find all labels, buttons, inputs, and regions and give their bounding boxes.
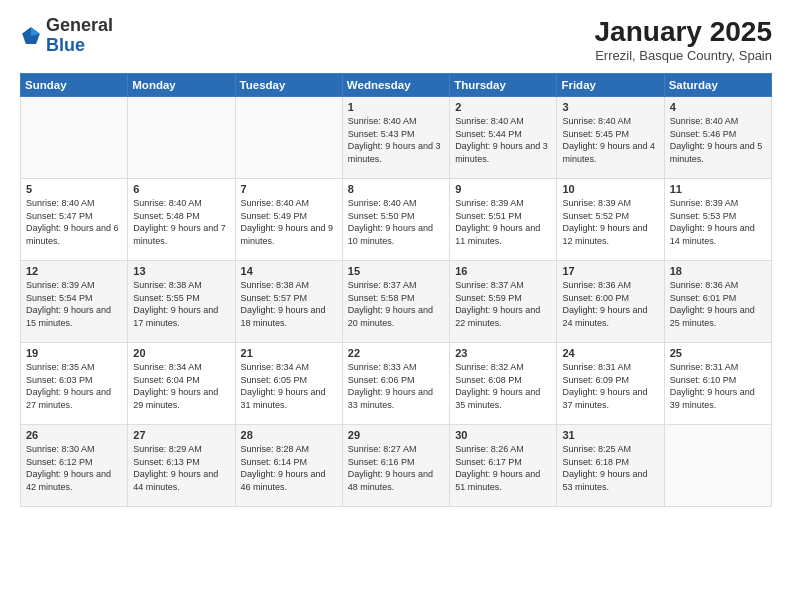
day-number: 15: [348, 265, 444, 277]
calendar-cell: 19Sunrise: 8:35 AM Sunset: 6:03 PM Dayli…: [21, 343, 128, 425]
day-info: Sunrise: 8:40 AM Sunset: 5:45 PM Dayligh…: [562, 115, 658, 165]
day-info: Sunrise: 8:34 AM Sunset: 6:04 PM Dayligh…: [133, 361, 229, 411]
day-number: 24: [562, 347, 658, 359]
day-info: Sunrise: 8:36 AM Sunset: 6:00 PM Dayligh…: [562, 279, 658, 329]
logo-text: General Blue: [46, 16, 113, 56]
day-number: 31: [562, 429, 658, 441]
logo-icon: [20, 25, 42, 47]
day-number: 4: [670, 101, 766, 113]
day-info: Sunrise: 8:35 AM Sunset: 6:03 PM Dayligh…: [26, 361, 122, 411]
calendar-cell: 8Sunrise: 8:40 AM Sunset: 5:50 PM Daylig…: [342, 179, 449, 261]
location-title: Errezil, Basque Country, Spain: [595, 48, 772, 63]
calendar-cell: 11Sunrise: 8:39 AM Sunset: 5:53 PM Dayli…: [664, 179, 771, 261]
day-number: 29: [348, 429, 444, 441]
calendar-cell: 23Sunrise: 8:32 AM Sunset: 6:08 PM Dayli…: [450, 343, 557, 425]
day-info: Sunrise: 8:29 AM Sunset: 6:13 PM Dayligh…: [133, 443, 229, 493]
weekday-header-monday: Monday: [128, 74, 235, 97]
calendar-cell: 30Sunrise: 8:26 AM Sunset: 6:17 PM Dayli…: [450, 425, 557, 507]
day-info: Sunrise: 8:32 AM Sunset: 6:08 PM Dayligh…: [455, 361, 551, 411]
day-number: 21: [241, 347, 337, 359]
day-info: Sunrise: 8:40 AM Sunset: 5:47 PM Dayligh…: [26, 197, 122, 247]
day-number: 13: [133, 265, 229, 277]
day-number: 12: [26, 265, 122, 277]
weekday-header-row: SundayMondayTuesdayWednesdayThursdayFrid…: [21, 74, 772, 97]
calendar-cell: 25Sunrise: 8:31 AM Sunset: 6:10 PM Dayli…: [664, 343, 771, 425]
day-info: Sunrise: 8:31 AM Sunset: 6:10 PM Dayligh…: [670, 361, 766, 411]
weekday-header-tuesday: Tuesday: [235, 74, 342, 97]
day-number: 1: [348, 101, 444, 113]
day-info: Sunrise: 8:40 AM Sunset: 5:44 PM Dayligh…: [455, 115, 551, 165]
calendar-cell: 7Sunrise: 8:40 AM Sunset: 5:49 PM Daylig…: [235, 179, 342, 261]
calendar-cell: 18Sunrise: 8:36 AM Sunset: 6:01 PM Dayli…: [664, 261, 771, 343]
week-row-0: 1Sunrise: 8:40 AM Sunset: 5:43 PM Daylig…: [21, 97, 772, 179]
day-info: Sunrise: 8:36 AM Sunset: 6:01 PM Dayligh…: [670, 279, 766, 329]
day-info: Sunrise: 8:39 AM Sunset: 5:51 PM Dayligh…: [455, 197, 551, 247]
day-number: 11: [670, 183, 766, 195]
day-number: 18: [670, 265, 766, 277]
logo-general: General: [46, 15, 113, 35]
day-number: 9: [455, 183, 551, 195]
day-number: 10: [562, 183, 658, 195]
logo: General Blue: [20, 16, 113, 56]
calendar-cell: 16Sunrise: 8:37 AM Sunset: 5:59 PM Dayli…: [450, 261, 557, 343]
weekday-header-sunday: Sunday: [21, 74, 128, 97]
calendar-cell: 13Sunrise: 8:38 AM Sunset: 5:55 PM Dayli…: [128, 261, 235, 343]
day-info: Sunrise: 8:34 AM Sunset: 6:05 PM Dayligh…: [241, 361, 337, 411]
page: General Blue January 2025 Errezil, Basqu…: [0, 0, 792, 612]
weekday-header-wednesday: Wednesday: [342, 74, 449, 97]
calendar-cell: 2Sunrise: 8:40 AM Sunset: 5:44 PM Daylig…: [450, 97, 557, 179]
day-number: 23: [455, 347, 551, 359]
calendar-table: SundayMondayTuesdayWednesdayThursdayFrid…: [20, 73, 772, 507]
day-info: Sunrise: 8:33 AM Sunset: 6:06 PM Dayligh…: [348, 361, 444, 411]
title-block: January 2025 Errezil, Basque Country, Sp…: [595, 16, 772, 63]
calendar-cell: 31Sunrise: 8:25 AM Sunset: 6:18 PM Dayli…: [557, 425, 664, 507]
day-number: 2: [455, 101, 551, 113]
day-number: 28: [241, 429, 337, 441]
day-number: 26: [26, 429, 122, 441]
day-info: Sunrise: 8:39 AM Sunset: 5:52 PM Dayligh…: [562, 197, 658, 247]
calendar-cell: 22Sunrise: 8:33 AM Sunset: 6:06 PM Dayli…: [342, 343, 449, 425]
header: General Blue January 2025 Errezil, Basqu…: [20, 16, 772, 63]
day-info: Sunrise: 8:27 AM Sunset: 6:16 PM Dayligh…: [348, 443, 444, 493]
calendar-cell: 3Sunrise: 8:40 AM Sunset: 5:45 PM Daylig…: [557, 97, 664, 179]
day-info: Sunrise: 8:40 AM Sunset: 5:48 PM Dayligh…: [133, 197, 229, 247]
day-info: Sunrise: 8:40 AM Sunset: 5:46 PM Dayligh…: [670, 115, 766, 165]
day-number: 8: [348, 183, 444, 195]
calendar-cell: 24Sunrise: 8:31 AM Sunset: 6:09 PM Dayli…: [557, 343, 664, 425]
day-number: 3: [562, 101, 658, 113]
calendar-cell: 15Sunrise: 8:37 AM Sunset: 5:58 PM Dayli…: [342, 261, 449, 343]
calendar-cell: 27Sunrise: 8:29 AM Sunset: 6:13 PM Dayli…: [128, 425, 235, 507]
week-row-2: 12Sunrise: 8:39 AM Sunset: 5:54 PM Dayli…: [21, 261, 772, 343]
calendar-cell: 10Sunrise: 8:39 AM Sunset: 5:52 PM Dayli…: [557, 179, 664, 261]
logo-blue: Blue: [46, 35, 85, 55]
day-info: Sunrise: 8:40 AM Sunset: 5:50 PM Dayligh…: [348, 197, 444, 247]
day-info: Sunrise: 8:37 AM Sunset: 5:58 PM Dayligh…: [348, 279, 444, 329]
calendar-cell: 4Sunrise: 8:40 AM Sunset: 5:46 PM Daylig…: [664, 97, 771, 179]
day-info: Sunrise: 8:40 AM Sunset: 5:43 PM Dayligh…: [348, 115, 444, 165]
day-number: 19: [26, 347, 122, 359]
calendar-cell: 28Sunrise: 8:28 AM Sunset: 6:14 PM Dayli…: [235, 425, 342, 507]
day-number: 7: [241, 183, 337, 195]
day-info: Sunrise: 8:40 AM Sunset: 5:49 PM Dayligh…: [241, 197, 337, 247]
day-number: 20: [133, 347, 229, 359]
day-info: Sunrise: 8:39 AM Sunset: 5:54 PM Dayligh…: [26, 279, 122, 329]
week-row-4: 26Sunrise: 8:30 AM Sunset: 6:12 PM Dayli…: [21, 425, 772, 507]
day-info: Sunrise: 8:38 AM Sunset: 5:57 PM Dayligh…: [241, 279, 337, 329]
calendar-cell: [235, 97, 342, 179]
day-info: Sunrise: 8:31 AM Sunset: 6:09 PM Dayligh…: [562, 361, 658, 411]
calendar-cell: 20Sunrise: 8:34 AM Sunset: 6:04 PM Dayli…: [128, 343, 235, 425]
weekday-header-thursday: Thursday: [450, 74, 557, 97]
day-info: Sunrise: 8:25 AM Sunset: 6:18 PM Dayligh…: [562, 443, 658, 493]
calendar-cell: 21Sunrise: 8:34 AM Sunset: 6:05 PM Dayli…: [235, 343, 342, 425]
day-info: Sunrise: 8:37 AM Sunset: 5:59 PM Dayligh…: [455, 279, 551, 329]
calendar-cell: 9Sunrise: 8:39 AM Sunset: 5:51 PM Daylig…: [450, 179, 557, 261]
day-number: 27: [133, 429, 229, 441]
month-title: January 2025: [595, 16, 772, 48]
day-info: Sunrise: 8:30 AM Sunset: 6:12 PM Dayligh…: [26, 443, 122, 493]
calendar-cell: [128, 97, 235, 179]
day-info: Sunrise: 8:38 AM Sunset: 5:55 PM Dayligh…: [133, 279, 229, 329]
weekday-header-saturday: Saturday: [664, 74, 771, 97]
calendar-cell: 12Sunrise: 8:39 AM Sunset: 5:54 PM Dayli…: [21, 261, 128, 343]
week-row-1: 5Sunrise: 8:40 AM Sunset: 5:47 PM Daylig…: [21, 179, 772, 261]
day-number: 30: [455, 429, 551, 441]
